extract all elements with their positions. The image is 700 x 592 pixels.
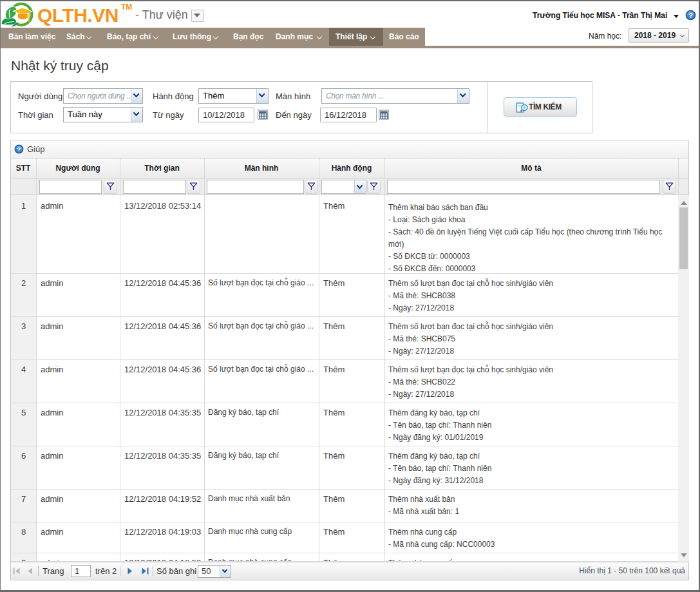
svg-text:?: ? bbox=[17, 146, 21, 153]
svg-text:?: ? bbox=[688, 12, 693, 19]
